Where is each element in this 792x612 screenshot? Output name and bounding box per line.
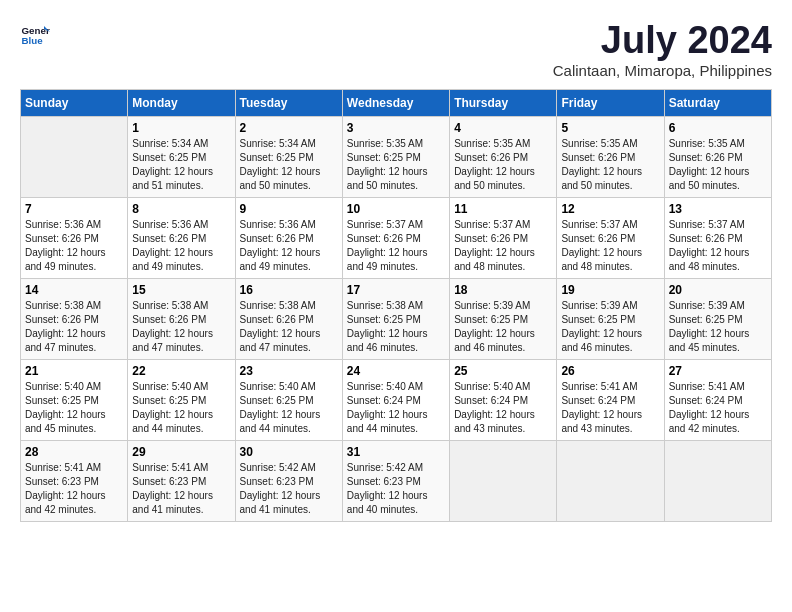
- day-number: 8: [132, 202, 230, 216]
- day-info: Sunrise: 5:41 AM Sunset: 6:23 PM Dayligh…: [25, 461, 123, 517]
- day-info: Sunrise: 5:42 AM Sunset: 6:23 PM Dayligh…: [240, 461, 338, 517]
- day-number: 18: [454, 283, 552, 297]
- day-number: 11: [454, 202, 552, 216]
- title-section: July 2024 Calintaan, Mimaropa, Philippin…: [553, 20, 772, 79]
- calendar-cell: 6Sunrise: 5:35 AM Sunset: 6:26 PM Daylig…: [664, 116, 771, 197]
- calendar-table: SundayMondayTuesdayWednesdayThursdayFrid…: [20, 89, 772, 522]
- day-info: Sunrise: 5:38 AM Sunset: 6:26 PM Dayligh…: [25, 299, 123, 355]
- day-number: 15: [132, 283, 230, 297]
- logo-icon: General Blue: [20, 20, 50, 50]
- calendar-cell: 21Sunrise: 5:40 AM Sunset: 6:25 PM Dayli…: [21, 359, 128, 440]
- calendar-cell: 19Sunrise: 5:39 AM Sunset: 6:25 PM Dayli…: [557, 278, 664, 359]
- weekday-header-monday: Monday: [128, 89, 235, 116]
- day-number: 12: [561, 202, 659, 216]
- calendar-cell: 29Sunrise: 5:41 AM Sunset: 6:23 PM Dayli…: [128, 440, 235, 521]
- calendar-week-row: 21Sunrise: 5:40 AM Sunset: 6:25 PM Dayli…: [21, 359, 772, 440]
- day-info: Sunrise: 5:39 AM Sunset: 6:25 PM Dayligh…: [561, 299, 659, 355]
- calendar-cell: 25Sunrise: 5:40 AM Sunset: 6:24 PM Dayli…: [450, 359, 557, 440]
- day-number: 19: [561, 283, 659, 297]
- day-info: Sunrise: 5:36 AM Sunset: 6:26 PM Dayligh…: [25, 218, 123, 274]
- location-subtitle: Calintaan, Mimaropa, Philippines: [553, 62, 772, 79]
- day-info: Sunrise: 5:37 AM Sunset: 6:26 PM Dayligh…: [561, 218, 659, 274]
- calendar-cell: 22Sunrise: 5:40 AM Sunset: 6:25 PM Dayli…: [128, 359, 235, 440]
- day-number: 4: [454, 121, 552, 135]
- calendar-cell: 30Sunrise: 5:42 AM Sunset: 6:23 PM Dayli…: [235, 440, 342, 521]
- day-number: 9: [240, 202, 338, 216]
- day-info: Sunrise: 5:40 AM Sunset: 6:24 PM Dayligh…: [347, 380, 445, 436]
- month-year-title: July 2024: [553, 20, 772, 62]
- day-number: 30: [240, 445, 338, 459]
- calendar-cell: 23Sunrise: 5:40 AM Sunset: 6:25 PM Dayli…: [235, 359, 342, 440]
- day-number: 2: [240, 121, 338, 135]
- day-info: Sunrise: 5:40 AM Sunset: 6:25 PM Dayligh…: [25, 380, 123, 436]
- day-info: Sunrise: 5:41 AM Sunset: 6:24 PM Dayligh…: [561, 380, 659, 436]
- day-info: Sunrise: 5:35 AM Sunset: 6:26 PM Dayligh…: [454, 137, 552, 193]
- day-info: Sunrise: 5:40 AM Sunset: 6:24 PM Dayligh…: [454, 380, 552, 436]
- day-info: Sunrise: 5:36 AM Sunset: 6:26 PM Dayligh…: [240, 218, 338, 274]
- day-number: 26: [561, 364, 659, 378]
- calendar-cell: 3Sunrise: 5:35 AM Sunset: 6:25 PM Daylig…: [342, 116, 449, 197]
- logo: General Blue: [20, 20, 50, 50]
- calendar-cell: 14Sunrise: 5:38 AM Sunset: 6:26 PM Dayli…: [21, 278, 128, 359]
- calendar-cell: 2Sunrise: 5:34 AM Sunset: 6:25 PM Daylig…: [235, 116, 342, 197]
- calendar-cell: 26Sunrise: 5:41 AM Sunset: 6:24 PM Dayli…: [557, 359, 664, 440]
- day-info: Sunrise: 5:37 AM Sunset: 6:26 PM Dayligh…: [347, 218, 445, 274]
- day-info: Sunrise: 5:41 AM Sunset: 6:23 PM Dayligh…: [132, 461, 230, 517]
- day-info: Sunrise: 5:38 AM Sunset: 6:25 PM Dayligh…: [347, 299, 445, 355]
- day-number: 27: [669, 364, 767, 378]
- calendar-cell: 24Sunrise: 5:40 AM Sunset: 6:24 PM Dayli…: [342, 359, 449, 440]
- calendar-cell: 13Sunrise: 5:37 AM Sunset: 6:26 PM Dayli…: [664, 197, 771, 278]
- svg-text:General: General: [22, 25, 51, 36]
- day-info: Sunrise: 5:40 AM Sunset: 6:25 PM Dayligh…: [240, 380, 338, 436]
- day-number: 6: [669, 121, 767, 135]
- day-number: 24: [347, 364, 445, 378]
- calendar-week-row: 14Sunrise: 5:38 AM Sunset: 6:26 PM Dayli…: [21, 278, 772, 359]
- weekday-header-friday: Friday: [557, 89, 664, 116]
- day-info: Sunrise: 5:35 AM Sunset: 6:25 PM Dayligh…: [347, 137, 445, 193]
- day-number: 5: [561, 121, 659, 135]
- calendar-cell: 15Sunrise: 5:38 AM Sunset: 6:26 PM Dayli…: [128, 278, 235, 359]
- day-info: Sunrise: 5:37 AM Sunset: 6:26 PM Dayligh…: [669, 218, 767, 274]
- calendar-cell: 28Sunrise: 5:41 AM Sunset: 6:23 PM Dayli…: [21, 440, 128, 521]
- day-number: 29: [132, 445, 230, 459]
- calendar-cell: [450, 440, 557, 521]
- day-info: Sunrise: 5:35 AM Sunset: 6:26 PM Dayligh…: [669, 137, 767, 193]
- day-info: Sunrise: 5:38 AM Sunset: 6:26 PM Dayligh…: [240, 299, 338, 355]
- weekday-header-row: SundayMondayTuesdayWednesdayThursdayFrid…: [21, 89, 772, 116]
- day-info: Sunrise: 5:39 AM Sunset: 6:25 PM Dayligh…: [669, 299, 767, 355]
- calendar-week-row: 1Sunrise: 5:34 AM Sunset: 6:25 PM Daylig…: [21, 116, 772, 197]
- day-number: 14: [25, 283, 123, 297]
- calendar-cell: 27Sunrise: 5:41 AM Sunset: 6:24 PM Dayli…: [664, 359, 771, 440]
- day-number: 20: [669, 283, 767, 297]
- day-info: Sunrise: 5:42 AM Sunset: 6:23 PM Dayligh…: [347, 461, 445, 517]
- day-number: 17: [347, 283, 445, 297]
- page-header: General Blue July 2024 Calintaan, Mimaro…: [20, 20, 772, 79]
- weekday-header-saturday: Saturday: [664, 89, 771, 116]
- day-number: 25: [454, 364, 552, 378]
- day-number: 23: [240, 364, 338, 378]
- day-number: 1: [132, 121, 230, 135]
- calendar-cell: 17Sunrise: 5:38 AM Sunset: 6:25 PM Dayli…: [342, 278, 449, 359]
- day-number: 7: [25, 202, 123, 216]
- day-info: Sunrise: 5:40 AM Sunset: 6:25 PM Dayligh…: [132, 380, 230, 436]
- calendar-week-row: 7Sunrise: 5:36 AM Sunset: 6:26 PM Daylig…: [21, 197, 772, 278]
- calendar-cell: 11Sunrise: 5:37 AM Sunset: 6:26 PM Dayli…: [450, 197, 557, 278]
- day-number: 10: [347, 202, 445, 216]
- day-info: Sunrise: 5:34 AM Sunset: 6:25 PM Dayligh…: [240, 137, 338, 193]
- day-info: Sunrise: 5:36 AM Sunset: 6:26 PM Dayligh…: [132, 218, 230, 274]
- day-info: Sunrise: 5:34 AM Sunset: 6:25 PM Dayligh…: [132, 137, 230, 193]
- calendar-cell: 31Sunrise: 5:42 AM Sunset: 6:23 PM Dayli…: [342, 440, 449, 521]
- weekday-header-sunday: Sunday: [21, 89, 128, 116]
- day-info: Sunrise: 5:37 AM Sunset: 6:26 PM Dayligh…: [454, 218, 552, 274]
- day-number: 31: [347, 445, 445, 459]
- day-info: Sunrise: 5:39 AM Sunset: 6:25 PM Dayligh…: [454, 299, 552, 355]
- calendar-cell: [21, 116, 128, 197]
- calendar-cell: 4Sunrise: 5:35 AM Sunset: 6:26 PM Daylig…: [450, 116, 557, 197]
- svg-text:Blue: Blue: [22, 35, 44, 46]
- calendar-cell: 12Sunrise: 5:37 AM Sunset: 6:26 PM Dayli…: [557, 197, 664, 278]
- calendar-cell: 9Sunrise: 5:36 AM Sunset: 6:26 PM Daylig…: [235, 197, 342, 278]
- calendar-cell: 8Sunrise: 5:36 AM Sunset: 6:26 PM Daylig…: [128, 197, 235, 278]
- calendar-cell: 18Sunrise: 5:39 AM Sunset: 6:25 PM Dayli…: [450, 278, 557, 359]
- calendar-week-row: 28Sunrise: 5:41 AM Sunset: 6:23 PM Dayli…: [21, 440, 772, 521]
- day-info: Sunrise: 5:35 AM Sunset: 6:26 PM Dayligh…: [561, 137, 659, 193]
